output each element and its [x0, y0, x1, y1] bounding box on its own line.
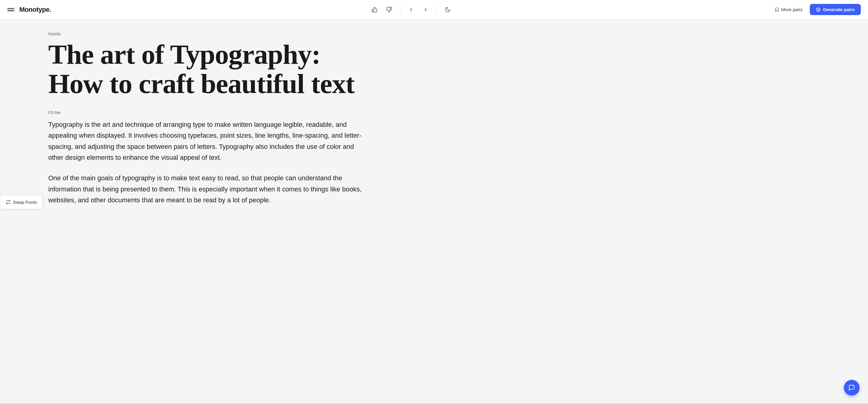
- arrow-left-icon: [408, 7, 414, 13]
- chat-button[interactable]: [844, 380, 860, 396]
- moon-icon: [444, 7, 451, 13]
- divider-1: [400, 5, 400, 14]
- divider-2: [436, 5, 437, 14]
- generate-icon: [816, 7, 820, 12]
- hamburger-menu-button[interactable]: [7, 8, 14, 11]
- dark-mode-button[interactable]: [441, 4, 454, 16]
- header-right: More pairs Generate pairs: [771, 4, 861, 15]
- main-content: Karela The art of Typography: How to cra…: [0, 19, 362, 227]
- headline: The art of Typography: How to craft beau…: [48, 40, 362, 98]
- body-paragraph-2: One of the main goals of typography is t…: [48, 173, 362, 206]
- thumbs-up-icon: [372, 7, 378, 13]
- thumbs-up-button[interactable]: [369, 4, 381, 16]
- arrow-right-icon: [423, 7, 429, 13]
- forward-button[interactable]: [420, 4, 432, 16]
- header-center: [369, 4, 454, 16]
- bookmark-icon: [775, 7, 779, 12]
- thumbs-down-icon: [386, 7, 392, 13]
- swap-icon: [6, 200, 10, 204]
- header-left: Monotype.: [7, 6, 51, 13]
- logo: Monotype.: [19, 6, 51, 13]
- chat-icon: [848, 384, 855, 391]
- heading-font-label: Karela: [48, 31, 362, 36]
- swap-fonts-button[interactable]: Swap Fonts: [0, 195, 42, 209]
- body-paragraph-1: Typography is the art and technique of a…: [48, 119, 362, 163]
- body-font-label: FS Me: [48, 110, 362, 115]
- header: Monotype.: [0, 0, 868, 19]
- generate-pairs-button[interactable]: Generate pairs: [810, 4, 861, 15]
- thumbs-down-button[interactable]: [383, 4, 395, 16]
- back-button[interactable]: [405, 4, 417, 16]
- more-pairs-button[interactable]: More pairs: [771, 4, 806, 15]
